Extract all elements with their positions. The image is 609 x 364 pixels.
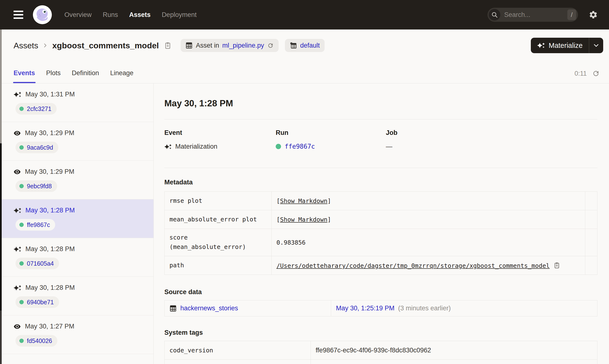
show-markdown-link[interactable]: Show Markdown (280, 216, 328, 223)
event-list-item[interactable]: May 30, 1:29 PM 9aca6c9d (0, 122, 153, 161)
tab-definition[interactable]: Definition (72, 69, 99, 83)
metadata-value: [Show Markdown] (272, 210, 585, 229)
sparkles-icon (164, 144, 172, 150)
job-value: — (386, 143, 392, 150)
run-status-dot (19, 223, 24, 227)
run-status-dot (19, 184, 24, 188)
search-icon (489, 9, 500, 21)
metadata-value: /Users/odetteharary/code/dagster/tmp_0mz… (272, 256, 585, 275)
table-row: path /Users/odetteharary/code/dagster/tm… (165, 256, 597, 275)
eye-icon (14, 323, 21, 330)
event-list-item[interactable]: May 30, 1:29 PM 9ebc9fd8 (0, 161, 153, 199)
source-data-table: hackernews_stories May 30, 1:25:19 PM (3… (164, 300, 597, 316)
event-list-sidebar: May 30, 1:31 PM 2cfc3271 May 30, 1:29 PM… (0, 83, 154, 364)
run-id-link[interactable]: 2cfc3271 (27, 105, 51, 112)
event-detail-panel: May 30, 1:28 PM Event Materialization Ru… (154, 83, 609, 364)
event-column-label: Event (164, 129, 276, 137)
event-timestamp: May 30, 1:28 PM (25, 207, 75, 214)
divider (164, 119, 597, 119)
asset-in-label: Asset in (196, 42, 219, 49)
repo-grid-icon (290, 42, 297, 49)
run-id-link[interactable]: ffe9867c (27, 221, 50, 228)
bracket: ] (328, 197, 331, 205)
run-id-pill[interactable]: fd540026 (15, 335, 57, 347)
run-id-pill[interactable]: 071605a4 (15, 258, 59, 269)
primary-nav: Overview Runs Assets Deployment (64, 11, 196, 19)
settings-gear-icon[interactable] (589, 10, 598, 19)
run-status-dot (19, 107, 24, 111)
metadata-key: rmse plot (165, 192, 272, 210)
run-id-link[interactable]: 071605a4 (27, 260, 54, 267)
event-list-item-selected[interactable]: May 30, 1:28 PM ffe9867c (0, 199, 153, 238)
run-column-label: Run (276, 129, 386, 137)
source-asset-link[interactable]: hackernews_stories (180, 305, 238, 312)
run-id-pill[interactable]: 9aca6c9d (15, 142, 58, 153)
table-row: hackernews_stories May 30, 1:25:19 PM (3… (165, 300, 597, 316)
metadata-extra-cell (585, 256, 597, 275)
run-id-link[interactable]: 9ebc9fd8 (27, 183, 52, 190)
run-id-pill[interactable]: ffe9867c (15, 219, 55, 231)
metadata-extra-cell (585, 192, 597, 210)
run-id-link[interactable]: fd540026 (27, 338, 52, 344)
refresh-icon[interactable] (592, 70, 600, 77)
nav-item-assets[interactable]: Assets (129, 11, 151, 19)
metadata-heading: Metadata (164, 179, 597, 186)
eye-icon (14, 168, 21, 175)
pipeline-file-link[interactable]: ml_pipeline.py (222, 42, 264, 49)
materialize-options-button[interactable] (589, 38, 603, 53)
octopus-icon (33, 5, 52, 24)
event-list-item[interactable]: May 30, 1:27 PM fd540026 (0, 315, 153, 354)
event-list-item[interactable]: May 30, 1:28 PM 6940be71 (0, 277, 153, 315)
run-id-pill[interactable]: 2cfc3271 (15, 103, 57, 115)
nav-item-deployment[interactable]: Deployment (162, 11, 196, 19)
reload-icon[interactable] (267, 42, 274, 49)
sparkles-icon (14, 246, 21, 252)
tab-events[interactable]: Events (14, 69, 35, 83)
tab-lineage[interactable]: Lineage (110, 69, 133, 83)
event-timestamp: May 30, 1:31 PM (25, 91, 75, 98)
event-timestamp: May 30, 1:28 PM (25, 245, 75, 253)
nav-item-runs[interactable]: Runs (103, 11, 118, 19)
table-row: rmse plot [Show Markdown] (165, 192, 597, 210)
breadcrumb-assets-link[interactable]: Assets (14, 41, 38, 50)
hamburger-menu-icon[interactable] (14, 11, 23, 19)
bracket: ] (328, 216, 331, 223)
run-id-link[interactable]: 6940be71 (27, 299, 54, 306)
metadata-key: score (mean_absolute_error) (165, 229, 272, 256)
repo-default-link[interactable]: default (300, 42, 320, 49)
storage-path-link[interactable]: /Users/odetteharary/code/dagster/tmp_0mz… (277, 262, 550, 269)
show-markdown-link[interactable]: Show Markdown (280, 197, 328, 205)
system-tag-key: code_version (165, 341, 311, 360)
copy-path-icon[interactable] (554, 261, 560, 269)
dagster-logo[interactable] (33, 5, 52, 24)
source-time-link[interactable]: May 30, 1:25:19 PM (336, 305, 395, 312)
source-data-heading: Source data (164, 288, 597, 296)
run-id-link[interactable]: 9aca6c9d (27, 144, 53, 151)
repository-badge[interactable]: default (285, 39, 325, 52)
metadata-table: rmse plot [Show Markdown] mean_absolute_… (164, 191, 597, 275)
run-id-pill[interactable]: 6940be71 (15, 296, 59, 308)
run-status-dot (19, 145, 24, 150)
materialize-label: Materialize (549, 41, 583, 50)
bracket: [ (277, 216, 280, 223)
copy-asset-name-icon[interactable] (164, 41, 171, 50)
materialize-split-button: Materialize (531, 38, 603, 53)
chevron-down-icon (594, 44, 598, 47)
tab-plots[interactable]: Plots (46, 69, 61, 83)
metadata-value: [Show Markdown] (272, 192, 585, 210)
run-id-link[interactable]: ffe9867c (285, 143, 315, 150)
search-input[interactable] (500, 11, 567, 19)
event-list-item[interactable]: May 30, 1:31 PM 2cfc3271 (0, 83, 153, 122)
refresh-countdown: 0:11 (574, 70, 587, 77)
event-list-item[interactable]: May 30, 1:28 PM 071605a4 (0, 238, 153, 277)
nav-item-overview[interactable]: Overview (64, 11, 92, 19)
metadata-key: path (165, 256, 272, 275)
global-search[interactable]: / (487, 8, 578, 22)
asset-grid-icon (169, 305, 177, 312)
event-type-value: Materialization (175, 143, 217, 150)
run-id-pill[interactable]: 9ebc9fd8 (15, 180, 57, 192)
asset-grid-icon (185, 42, 193, 49)
system-tags-heading: System tags (164, 329, 597, 337)
materialize-button[interactable]: Materialize (531, 38, 589, 53)
sparkles-icon (537, 42, 545, 49)
